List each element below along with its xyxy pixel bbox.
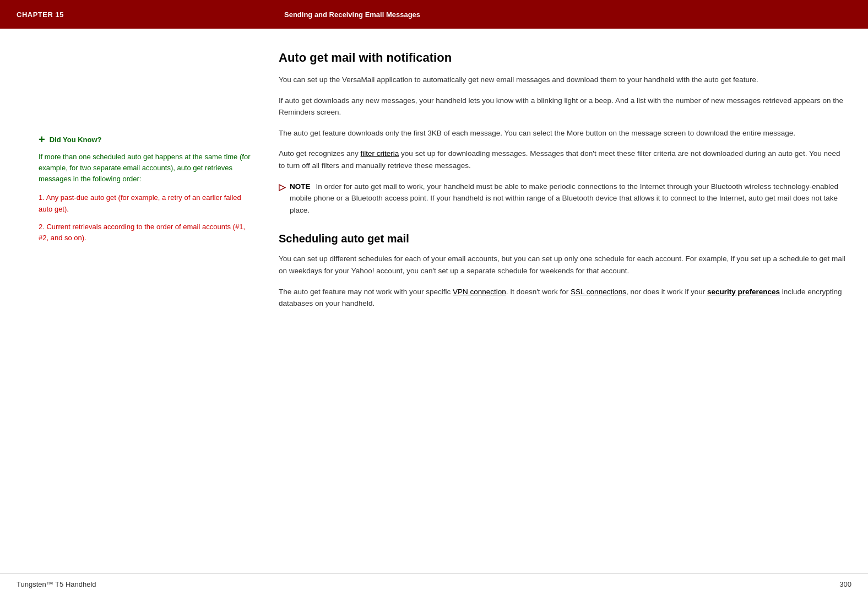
section1-para1: You can set up the VersaMail application… — [279, 74, 846, 86]
section1-para4: Auto get recognizes any filter criteria … — [279, 148, 846, 171]
ssl-connections-link[interactable]: SSL connections — [571, 288, 626, 296]
filter-criteria-link[interactable]: filter criteria — [361, 149, 399, 158]
security-preferences-link[interactable]: security preferences — [707, 288, 780, 296]
sidebar: + Did You Know? If more than one schedul… — [0, 51, 268, 573]
chapter-label: CHAPTER 15 — [17, 10, 284, 19]
section2-para1: You can set up different schedules for e… — [279, 253, 846, 277]
note-label: NOTE — [290, 182, 311, 191]
footer-left: Tungsten™ T5 Handheld — [17, 580, 96, 588]
did-you-know-header: + Did You Know? — [39, 133, 251, 146]
content-wrapper: + Did You Know? If more than one schedul… — [0, 29, 868, 573]
footer-right: 300 — [839, 580, 851, 588]
did-you-know-body: If more than one scheduled auto get happ… — [39, 152, 251, 185]
note-content: NOTE In order for auto get mail to work,… — [290, 181, 846, 217]
section1-para3: The auto get feature downloads only the … — [279, 127, 846, 139]
header-bar: CHAPTER 15 Sending and Receiving Email M… — [0, 0, 868, 29]
note-icon: ▷ — [279, 182, 285, 192]
section1-title: Auto get mail with notification — [279, 51, 846, 65]
did-you-know-item-1: 1. Any past-due auto get (for example, a… — [39, 192, 251, 214]
plus-icon: + — [39, 133, 45, 146]
section2-title: Scheduling auto get mail — [279, 232, 846, 245]
vpn-connection-link[interactable]: VPN connection — [453, 288, 506, 296]
header-title: Sending and Receiving Email Messages — [284, 10, 420, 19]
section1-para2: If auto get downloads any new messages, … — [279, 95, 846, 118]
did-you-know-title: Did You Know? — [50, 136, 102, 144]
footer: Tungsten™ T5 Handheld 300 — [0, 573, 868, 595]
note-text: In order for auto get mail to work, your… — [290, 182, 838, 214]
did-you-know-item-2: 2. Current retrievals according to the o… — [39, 221, 251, 244]
did-you-know-box: + Did You Know? If more than one schedul… — [33, 133, 251, 244]
section2-para2: The auto get feature may not work with y… — [279, 286, 846, 310]
main-content: Auto get mail with notification You can … — [268, 51, 868, 573]
note-box: ▷ NOTE In order for auto get mail to wor… — [279, 181, 846, 217]
